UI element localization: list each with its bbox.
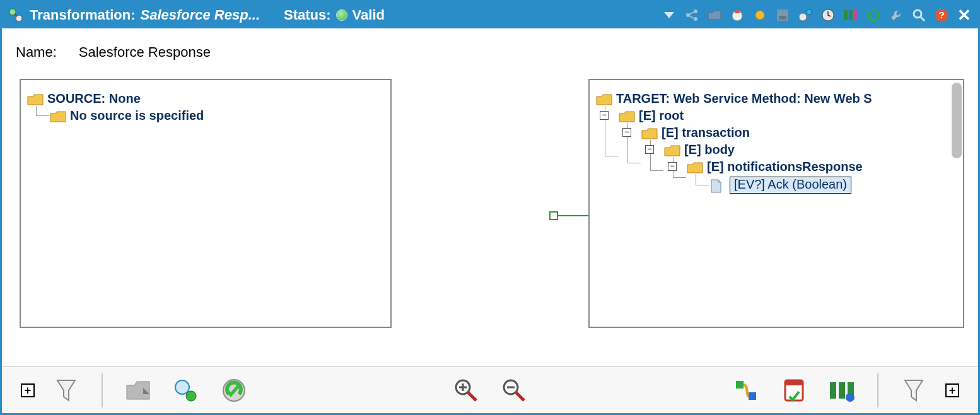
node-label: [E] notificationsResponse (707, 160, 863, 173)
status-label: Status: (284, 7, 331, 23)
link-globe-button[interactable] (171, 375, 201, 406)
svg-rect-14 (844, 10, 848, 20)
target-panel: TARGET: Web Service Method: New Web S [E… (588, 79, 964, 328)
svg-rect-10 (779, 16, 786, 20)
svg-rect-36 (785, 380, 803, 385)
source-empty-node[interactable]: No source is specified (50, 106, 384, 126)
svg-point-18 (914, 10, 921, 18)
titlebar: Transformation: Salesforce Resp... Statu… (2, 2, 978, 28)
connect-bubble-icon[interactable] (796, 6, 814, 24)
source-root-node[interactable]: SOURCE: None No source is specified (27, 89, 384, 128)
refresh-icon[interactable] (865, 6, 882, 24)
svg-point-8 (755, 11, 764, 20)
bottom-toolbar: + + (2, 366, 978, 413)
svg-line-19 (921, 17, 925, 21)
svg-rect-38 (839, 382, 845, 399)
folder-icon (596, 93, 612, 106)
transformation-name-input[interactable] (72, 41, 526, 64)
name-row: Name: (16, 41, 964, 64)
svg-point-23 (175, 380, 189, 394)
svg-rect-33 (736, 381, 744, 389)
svg-line-31 (516, 392, 524, 400)
svg-line-27 (468, 392, 476, 400)
page-icon (709, 179, 726, 192)
folder-icon (664, 144, 680, 157)
leaf-ack[interactable]: [EV?] Ack (Boolean) (709, 174, 960, 196)
node-label: [E] transaction (662, 126, 750, 139)
title-name: Salesforce Resp... (140, 7, 260, 23)
collapse-toggle-icon[interactable] (668, 162, 677, 171)
content-area: Name: SOURCE: None No source is (2, 28, 978, 332)
upload-globe-icon[interactable] (728, 6, 746, 24)
db-columns-button[interactable] (827, 375, 857, 406)
node-label: [E] body (684, 143, 735, 156)
svg-point-11 (799, 13, 807, 21)
zoom-out-button[interactable] (499, 375, 529, 406)
target-tree[interactable]: TARGET: Web Service Method: New Web S [E… (596, 89, 960, 209)
svg-point-40 (846, 393, 855, 402)
wrench-icon[interactable] (887, 6, 905, 24)
filter-right-button[interactable] (899, 375, 929, 406)
collapse-toggle-icon[interactable] (622, 128, 631, 137)
title-label: Transformation: (30, 7, 135, 23)
collapse-toggle-icon[interactable] (600, 111, 609, 120)
filter-button[interactable] (51, 375, 81, 406)
source-tree[interactable]: SOURCE: None No source is specified (27, 89, 384, 128)
target-root-label: TARGET: Web Service Method: New Web S (616, 91, 872, 105)
dropdown-arrow-icon[interactable] (660, 6, 678, 24)
svg-rect-34 (749, 392, 756, 400)
name-label: Name: (16, 44, 57, 61)
folder-icon (641, 127, 658, 140)
clock-icon[interactable] (819, 6, 837, 24)
node-e-notifresponse[interactable]: [E] notificationsResponse [EV?] Ack (Bo (687, 157, 960, 199)
zoom-icon[interactable] (910, 6, 928, 24)
folder-icon (27, 93, 44, 106)
svg-point-4 (694, 9, 697, 13)
automap-button[interactable] (731, 375, 761, 406)
help-icon[interactable]: ? (933, 6, 950, 24)
source-root-label: SOURCE: None (47, 91, 141, 105)
gold-dot-icon[interactable] (751, 6, 769, 24)
node-e-root[interactable]: [E] root [E] transaction (619, 106, 960, 206)
expand-right-button[interactable]: + (943, 381, 962, 400)
source-panel: SOURCE: None No source is specified (20, 79, 392, 328)
columns-icon[interactable] (842, 6, 860, 24)
folder-icon (619, 110, 635, 123)
svg-marker-2 (664, 12, 674, 18)
svg-point-5 (694, 17, 697, 21)
leaf-ack-label: [EV?] Ack (Boolean) (730, 177, 851, 194)
folder-icon (687, 161, 703, 174)
status-text: Valid (353, 7, 385, 23)
source-empty-label: No source is specified (70, 108, 204, 122)
target-root-node[interactable]: TARGET: Web Service Method: New Web S [E… (596, 89, 960, 209)
svg-rect-16 (854, 10, 858, 20)
panels-container: SOURCE: None No source is specified (16, 79, 964, 328)
node-e-body[interactable]: [E] body [E] notificationsRespo (664, 140, 960, 201)
notes-button[interactable] (779, 375, 809, 406)
svg-rect-15 (849, 10, 853, 20)
svg-point-24 (186, 391, 196, 401)
svg-point-12 (807, 9, 812, 15)
open-folder-button[interactable] (123, 375, 153, 406)
folder-icon (50, 110, 66, 123)
share-icon[interactable] (683, 6, 701, 24)
svg-text:?: ? (938, 9, 944, 20)
status-indicator-icon (336, 9, 347, 21)
collapse-toggle-icon[interactable] (645, 145, 654, 154)
close-icon[interactable]: ✕ (955, 6, 973, 24)
zoom-in-button[interactable] (451, 375, 481, 406)
expand-left-button[interactable]: + (18, 381, 37, 400)
connector-handle-icon[interactable] (549, 211, 558, 220)
folder-icon[interactable] (706, 6, 723, 24)
grey-panel-icon[interactable] (774, 6, 791, 24)
node-e-transaction[interactable]: [E] transaction [E] body (641, 123, 960, 204)
node-label: [E] root (639, 108, 684, 122)
validate-button[interactable] (219, 375, 249, 406)
svg-rect-37 (830, 382, 836, 399)
transformation-icon (7, 6, 25, 24)
